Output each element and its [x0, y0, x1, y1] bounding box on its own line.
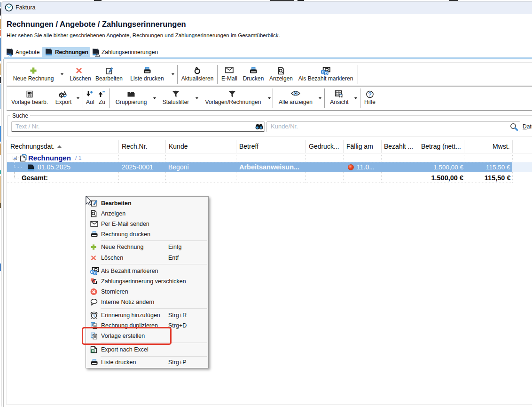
svg-text:%: % — [8, 52, 12, 57]
svg-text:?: ? — [368, 91, 372, 98]
